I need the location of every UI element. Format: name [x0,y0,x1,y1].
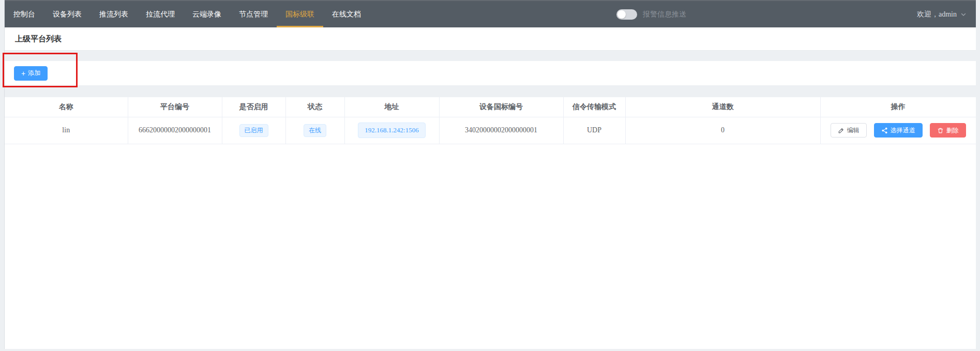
col-header-address: 地址 [344,97,439,117]
col-header-status: 状态 [285,97,344,117]
nav-item-console[interactable]: 控制台 [5,1,44,27]
pencil-icon [838,127,845,134]
delete-button[interactable]: 删除 [930,123,966,138]
cell-enabled: 已启用 [222,117,285,144]
select-channel-label: 选择通道 [891,126,915,135]
trash-icon [937,127,944,134]
app-container: 控制台 设备列表 推流列表 拉流代理 云端录像 节点管理 国标级联 在线文档 报… [5,0,976,349]
col-header-transport: 信令传输模式 [563,97,625,117]
cell-transport: UDP [563,117,625,144]
col-header-channels: 通道数 [625,97,820,117]
table-row: lin 66620000002000000001 已启用 在线 192.168.… [5,117,976,144]
cell-channels: 0 [625,117,820,144]
share-icon [881,127,888,134]
cell-address: 192.168.1.242:1506 [344,117,439,144]
status-badge: 在线 [304,124,326,137]
nav-item-push-list[interactable]: 推流列表 [91,1,137,27]
welcome-text: 欢迎，admin [917,10,957,19]
enabled-badge: 已启用 [239,124,268,137]
platform-table: 名称 平台编号 是否启用 状态 地址 设备国标编号 信令传输模式 通道数 操作 … [5,97,976,144]
page-header: 上级平台列表 [5,27,976,51]
page-title: 上级平台列表 [15,34,62,44]
edit-button[interactable]: 编辑 [831,123,867,138]
cell-status: 在线 [285,117,344,144]
nav-item-online-docs[interactable]: 在线文档 [323,1,370,27]
cell-name: lin [5,117,128,144]
select-channel-button[interactable]: 选择通道 [874,123,923,138]
nav-item-pull-proxy[interactable]: 拉流代理 [137,1,184,27]
col-header-platform-id: 平台编号 [128,97,222,117]
edit-button-label: 编辑 [847,126,860,135]
address-badge: 192.168.1.242:1506 [358,123,425,138]
add-button[interactable]: + 添加 [14,66,48,81]
alarm-push-toggle[interactable] [616,9,637,20]
col-header-gb-id: 设备国标编号 [439,97,563,117]
user-menu[interactable]: 欢迎，admin [917,1,967,27]
chevron-down-icon [960,11,967,18]
cell-actions: 编辑 选择通道 删除 [820,117,976,144]
nav-item-device-list[interactable]: 设备列表 [44,1,91,27]
col-header-actions: 操作 [820,97,976,117]
platform-table-card: 名称 平台编号 是否启用 状态 地址 设备国标编号 信令传输模式 通道数 操作 … [5,97,976,349]
delete-button-label: 删除 [946,126,959,135]
alarm-push-control: 报警信息推送 [616,1,686,27]
table-header-row: 名称 平台编号 是否启用 状态 地址 设备国标编号 信令传输模式 通道数 操作 [5,97,976,117]
nav-item-node-manage[interactable]: 节点管理 [230,1,277,27]
toolbar: + 添加 [5,61,976,85]
plus-icon: + [21,70,25,77]
top-navbar: 控制台 设备列表 推流列表 拉流代理 云端录像 节点管理 国标级联 在线文档 报… [5,0,976,27]
nav-item-gb-cascade[interactable]: 国标级联 [277,1,323,27]
col-header-enabled: 是否启用 [222,97,285,117]
alarm-push-label: 报警信息推送 [643,10,686,19]
nav-item-cloud-record[interactable]: 云端录像 [184,1,230,27]
add-button-label: 添加 [28,69,40,78]
col-header-name: 名称 [5,97,128,117]
cell-gb-id: 34020000002000000001 [439,117,563,144]
toggle-knob [617,10,626,19]
cell-platform-id: 66620000002000000001 [128,117,222,144]
